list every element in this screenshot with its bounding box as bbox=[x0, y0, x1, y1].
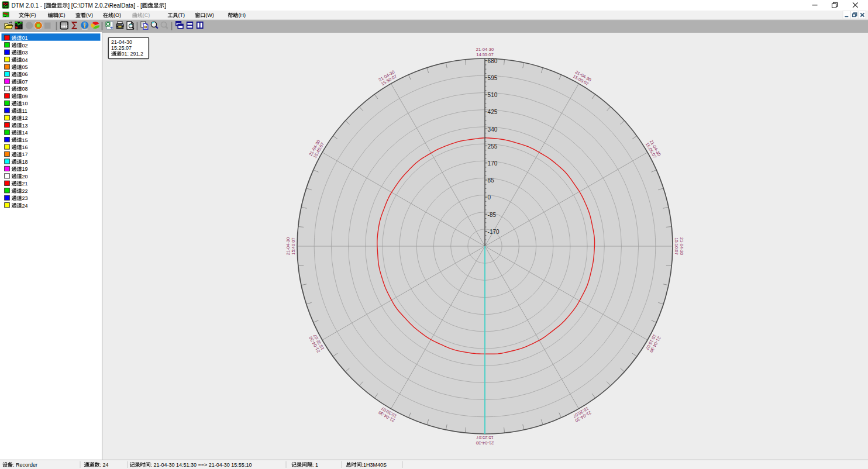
svg-text:(V): (V) bbox=[86, 12, 93, 18]
svg-text:04: 04 bbox=[22, 57, 28, 63]
svg-text:(E): (E) bbox=[58, 12, 66, 18]
svg-text:01: 01 bbox=[22, 35, 28, 41]
svg-text:22: 22 bbox=[22, 188, 28, 194]
svg-text:21: 21 bbox=[22, 181, 28, 187]
svg-text:-170: -170 bbox=[488, 229, 500, 235]
svg-text:09: 09 bbox=[22, 94, 28, 99]
svg-text:15:10:07: 15:10:07 bbox=[674, 237, 679, 255]
svg-text:15:25:07: 15:25:07 bbox=[111, 45, 132, 51]
svg-text:17: 17 bbox=[22, 151, 28, 157]
svg-text:20: 20 bbox=[22, 174, 28, 180]
svg-text::1H3M40S: :1H3M40S bbox=[362, 462, 387, 468]
svg-text:DTM 2.0.1 - [: DTM 2.0.1 - [ bbox=[11, 2, 46, 9]
svg-text:03: 03 bbox=[22, 50, 28, 56]
svg-text:(W): (W) bbox=[205, 12, 214, 18]
svg-text:15: 15 bbox=[22, 137, 28, 143]
svg-text:595: 595 bbox=[488, 75, 498, 81]
svg-text:14: 14 bbox=[22, 130, 28, 136]
svg-text:11: 11 bbox=[22, 108, 27, 114]
svg-text:255: 255 bbox=[488, 143, 498, 150]
svg-text:(F): (F) bbox=[29, 12, 36, 18]
svg-text:08: 08 bbox=[22, 86, 28, 92]
svg-text:(H): (H) bbox=[238, 12, 246, 18]
svg-text:340: 340 bbox=[488, 126, 498, 133]
svg-text:16: 16 bbox=[22, 144, 28, 150]
svg-text:]: ] bbox=[164, 2, 166, 9]
svg-text:01: 291.2: 01: 291.2 bbox=[122, 51, 144, 57]
svg-text:10: 10 bbox=[22, 101, 28, 106]
svg-text:14:55:07: 14:55:07 bbox=[476, 52, 494, 57]
svg-text:680: 680 bbox=[488, 58, 498, 64]
svg-text:: 21-04-30 14:51:30 ==> 21-04-: : 21-04-30 14:51:30 ==> 21-04-30 15:55:1… bbox=[151, 462, 252, 468]
svg-text:170: 170 bbox=[488, 160, 498, 167]
svg-text:06: 06 bbox=[22, 71, 28, 77]
svg-text:85: 85 bbox=[488, 177, 495, 184]
svg-text:13: 13 bbox=[22, 123, 28, 129]
svg-text:18: 18 bbox=[22, 159, 28, 165]
svg-text:: 1: : 1 bbox=[312, 462, 318, 468]
svg-text:0: 0 bbox=[488, 194, 491, 201]
svg-text:(O): (O) bbox=[113, 12, 121, 18]
svg-text:19: 19 bbox=[22, 166, 28, 172]
svg-text:510: 510 bbox=[488, 92, 498, 98]
svg-text:15:40:07: 15:40:07 bbox=[291, 237, 296, 255]
svg-text:: Recorder: : Recorder bbox=[13, 462, 37, 468]
svg-text:07: 07 bbox=[22, 79, 28, 85]
svg-text:(C): (C) bbox=[143, 12, 150, 18]
svg-text:05: 05 bbox=[22, 64, 28, 70]
svg-text:23: 23 bbox=[22, 195, 28, 201]
svg-text:02: 02 bbox=[22, 43, 28, 49]
svg-text:-85: -85 bbox=[488, 212, 497, 218]
svg-text:21-04-30: 21-04-30 bbox=[111, 39, 132, 45]
svg-text:12: 12 bbox=[22, 115, 28, 121]
svg-text:15:25:07: 15:25:07 bbox=[476, 435, 494, 440]
svg-text:] [C:\DTM 2.0.2\RealData] - [: ] [C:\DTM 2.0.2\RealData] - [ bbox=[68, 2, 142, 9]
svg-text:24: 24 bbox=[22, 203, 28, 209]
svg-text:(T): (T) bbox=[178, 12, 185, 18]
svg-text:: 24: : 24 bbox=[100, 462, 109, 468]
svg-text:425: 425 bbox=[488, 109, 498, 115]
